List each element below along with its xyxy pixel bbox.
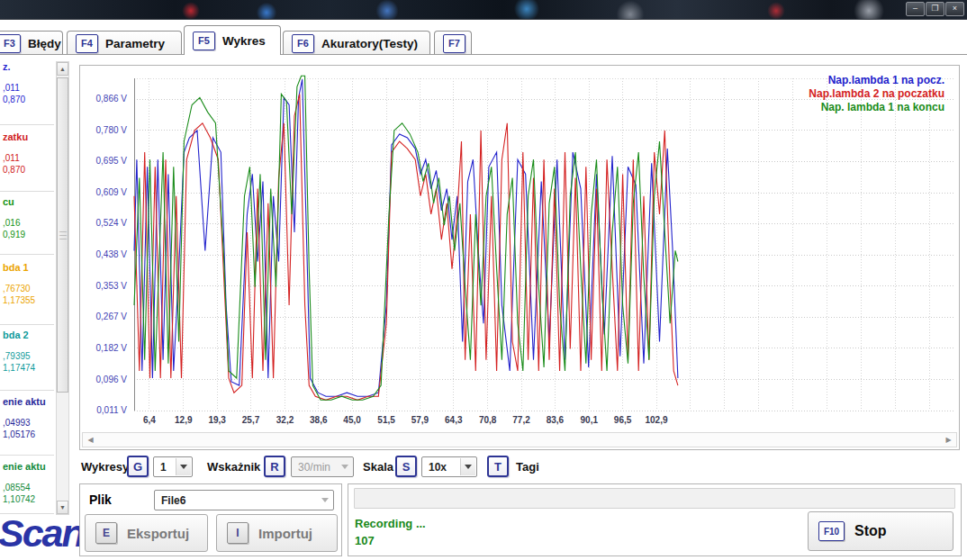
window-titlebar: – ❐ ×: [0, 0, 967, 20]
tab-f3[interactable]: F3Błędy: [0, 31, 63, 55]
y-tick-label: 0,780 V: [96, 125, 128, 135]
parameter-sidebar: z.,0110,870zatku,0110,870cu,0160,919bda …: [0, 56, 56, 524]
y-tick-label: 0,609 V: [96, 187, 128, 197]
wskaznik-select: 30/min: [291, 456, 354, 477]
x-tick-label: 6,4: [143, 415, 156, 425]
stop-label: Stop: [854, 523, 887, 539]
scroll-left-icon[interactable]: ◀: [84, 434, 97, 446]
minimize-button[interactable]: –: [906, 2, 925, 16]
sidebar-scrollbar-thumb[interactable]: ———: [57, 77, 68, 393]
file-select[interactable]: File6: [154, 490, 334, 510]
y-tick-label: 0,353 V: [96, 281, 128, 291]
sidebar-item[interactable]: z.,0110,870: [0, 61, 56, 121]
tab-label: Błędy: [28, 37, 61, 50]
tab-f7[interactable]: F7: [434, 31, 472, 55]
series-line: [134, 94, 678, 400]
x-tick-label: 70,8: [479, 415, 497, 425]
progress-strip: [354, 488, 955, 509]
y-tick-label: 0,096 V: [96, 375, 128, 384]
scroll-right-icon[interactable]: ▶: [942, 434, 955, 446]
sidebar-item-title: z.: [0, 61, 56, 72]
sidebar-item[interactable]: bda 1,767301,17355: [0, 262, 56, 321]
recording-counter: 107: [355, 534, 375, 547]
tab-key-badge: F6: [292, 34, 314, 53]
skala-select[interactable]: 10x: [421, 456, 477, 477]
x-tick-label: 12,9: [175, 415, 193, 425]
sidebar-divider: [0, 455, 54, 456]
recording-status: Recording ...: [355, 517, 426, 530]
y-tick-label: 0,267 V: [96, 312, 128, 321]
eksportuj-label: Eksportuj: [127, 526, 189, 541]
app-logo: Scan: [0, 511, 84, 555]
chart-legend: Nap.lambda 1 na pocz.Nap.lambda 2 na poc…: [809, 74, 944, 114]
sidebar-item[interactable]: zatku,0110,870: [0, 131, 56, 191]
sidebar-item-value: ,79395: [0, 351, 31, 361]
sidebar-scrollbar[interactable]: ▲ ——— ▼: [56, 61, 69, 515]
tab-bar-divider: [0, 54, 967, 55]
sidebar-item-title: enie aktu: [0, 461, 56, 472]
x-tick-label: 45,0: [343, 415, 361, 425]
chevron-down-icon: [338, 458, 352, 475]
wykresy-select-value: 1: [160, 461, 167, 474]
x-tick-label: 32,2: [276, 415, 294, 425]
sidebar-item-value: 1,17474: [0, 363, 35, 373]
wykresy-key-button[interactable]: G: [127, 456, 149, 477]
eksportuj-key-badge: E: [95, 522, 117, 544]
x-tick-label: 25,7: [242, 415, 260, 425]
sidebar-divider: [0, 191, 54, 192]
restore-button[interactable]: ❐: [926, 2, 944, 16]
sidebar-item[interactable]: bda 2,793951,17474: [0, 330, 56, 389]
legend-entry: Nap.lambda 1 na pocz.: [809, 74, 944, 87]
chevron-down-icon[interactable]: [318, 492, 332, 509]
tagi-key-button[interactable]: T: [487, 456, 509, 477]
sidebar-item-title: bda 2: [0, 330, 56, 340]
chevron-down-icon[interactable]: [176, 458, 191, 475]
plik-label: Plik: [89, 492, 112, 507]
tab-f6[interactable]: F6Akuratory(Testy): [283, 31, 430, 55]
x-tick-label: 38,6: [310, 415, 328, 425]
y-tick-label: 0,695 V: [96, 156, 128, 166]
importuj-label: Importuj: [258, 526, 312, 541]
sidebar-item[interactable]: cu,0160,919: [0, 196, 56, 256]
file-panel: Plik File6 E Eksportuj I Importuj: [79, 483, 342, 556]
sidebar-item-value: ,76730: [0, 284, 31, 294]
x-tick-label: 77,2: [512, 415, 530, 425]
wskaznik-key-button[interactable]: R: [264, 456, 285, 477]
sidebar-item[interactable]: enie aktu,049931,05176: [0, 396, 56, 456]
sidebar-item-value: 1,05176: [0, 429, 35, 439]
close-button[interactable]: ×: [945, 2, 964, 16]
tab-label: Wykres: [222, 34, 266, 48]
sidebar-item-title: bda 1: [0, 262, 56, 273]
importuj-button[interactable]: I Importuj: [216, 514, 338, 552]
sidebar-divider: [0, 324, 54, 325]
y-tick-label: 0,182 V: [96, 343, 128, 353]
tagi-label: Tagi: [516, 460, 539, 474]
tab-key-badge: F5: [193, 32, 215, 50]
tab-key-badge: F4: [76, 34, 98, 53]
series-line: [134, 76, 678, 400]
scroll-up-icon[interactable]: ▲: [57, 62, 68, 76]
chart-horizontal-scrollbar[interactable]: ◀ ▶: [82, 432, 957, 447]
skala-label: Skala: [363, 460, 393, 474]
tab-label: Parametry: [105, 37, 165, 50]
wykresy-select[interactable]: 1: [153, 456, 193, 477]
x-tick-label: 51,5: [377, 415, 395, 425]
x-tick-label: 19,3: [208, 415, 226, 425]
sidebar-item-value: 1,17355: [0, 295, 35, 305]
tab-f4[interactable]: F4Parametry: [67, 31, 182, 55]
eksportuj-button[interactable]: E Eksportuj: [85, 514, 208, 552]
wskaznik-select-value: 30/min: [298, 461, 330, 474]
stop-key-badge: F10: [818, 521, 845, 541]
tab-f5[interactable]: F5Wykres: [184, 25, 281, 55]
stop-button[interactable]: F10 Stop: [808, 511, 953, 551]
x-tick-label: 102,9: [645, 415, 667, 425]
sidebar-divider: [0, 254, 54, 255]
legend-entry: Nap.lambda 2 na poczatku: [809, 87, 944, 101]
tab-key-badge: F7: [443, 34, 465, 53]
status-panel: Recording ... 107 F10 Stop: [348, 483, 962, 556]
file-select-value: File6: [161, 494, 185, 507]
sidebar-item-value: 0,870: [0, 165, 25, 175]
x-tick-label: 90,1: [581, 415, 599, 425]
chevron-down-icon[interactable]: [460, 458, 475, 475]
skala-key-button[interactable]: S: [395, 456, 417, 477]
